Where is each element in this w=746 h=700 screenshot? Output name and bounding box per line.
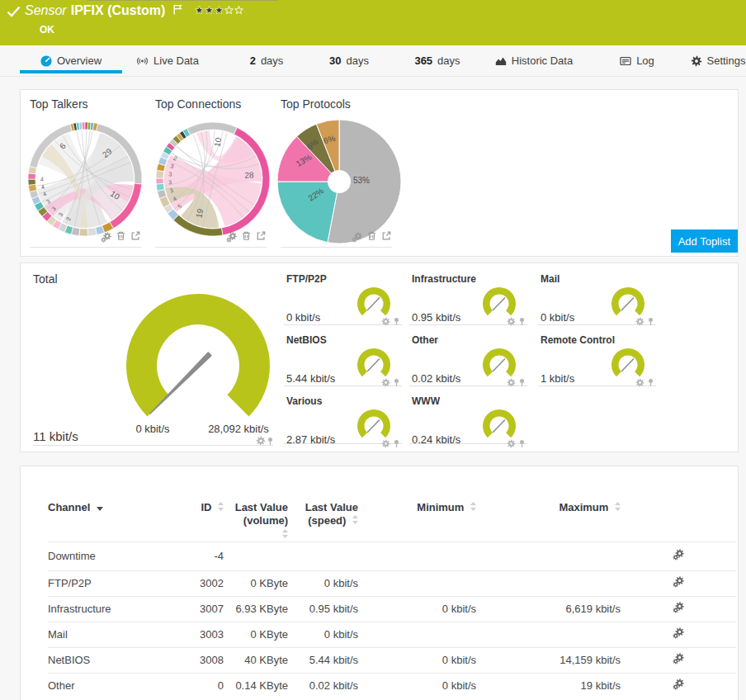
pin-icon[interactable] xyxy=(392,437,401,452)
cell-id: -4 xyxy=(176,542,224,570)
cell-channel: NetBIOS xyxy=(48,647,176,673)
cell-volume: 0.14 KByte xyxy=(224,673,288,698)
cell-min xyxy=(358,570,476,596)
cell-id: 3003 xyxy=(176,622,224,647)
gear-icon[interactable] xyxy=(101,232,111,243)
priority-stars[interactable] xyxy=(195,3,243,18)
channel-settings-gear-icon[interactable] xyxy=(621,542,736,570)
channel-settings-gear-icon[interactable] xyxy=(621,570,736,596)
trash-icon[interactable] xyxy=(241,229,252,244)
channel-gauge-label: Various xyxy=(286,395,322,407)
channel-row-infrastructure: Infrastructure30076.93 KByte0.95 kbit/s0… xyxy=(48,596,736,622)
total-gauge-label: Total xyxy=(33,272,58,286)
tab-live-data[interactable]: Live Data xyxy=(122,45,213,76)
star-empty-icon[interactable] xyxy=(224,3,234,18)
channel-table-body: Downtime-4FTP/P2P30020 KByte0 kbit/sInfr… xyxy=(48,542,736,698)
gauge-icon xyxy=(40,55,52,67)
pin-icon[interactable] xyxy=(517,437,526,452)
trash-icon[interactable] xyxy=(116,229,126,244)
channel-row-downtime: Downtime-4 xyxy=(48,542,736,570)
tab-days[interactable]: 2days xyxy=(221,45,312,76)
active-tab-underline xyxy=(20,70,122,73)
column-header-maximum[interactable]: Maximum xyxy=(476,491,621,542)
tab-overview[interactable]: Overview xyxy=(20,45,122,76)
channel-gauge-value: 0.24 kbit/s xyxy=(412,433,460,446)
tab-settings[interactable]: Settings xyxy=(685,45,746,76)
tab-label: days xyxy=(437,54,460,67)
pin-icon[interactable] xyxy=(646,315,655,329)
gear-icon[interactable] xyxy=(226,232,237,243)
cell-max xyxy=(476,542,621,570)
total-gauge-min: 0 kbit/s xyxy=(111,423,194,435)
tab-days[interactable]: 365days xyxy=(390,45,485,76)
sensor-kind-label: Sensor xyxy=(25,3,67,17)
toplist-cell-top-protocols: Top Protocols xyxy=(281,97,392,248)
pin-icon[interactable] xyxy=(392,376,401,390)
gauge-cell-netbios: NetBIOS5.44 kbit/s xyxy=(284,329,402,386)
channel-gauge-value: 0 kbit/s xyxy=(541,311,574,324)
pin-icon[interactable] xyxy=(517,315,526,329)
cell-max xyxy=(476,622,621,647)
column-header-minimum[interactable]: Minimum xyxy=(358,491,476,542)
channel-gauge-label: Remote Control xyxy=(541,334,615,346)
gear-icon[interactable] xyxy=(381,376,390,390)
gear-icon[interactable] xyxy=(507,376,516,390)
pin-icon[interactable] xyxy=(392,315,401,329)
external-link-icon[interactable] xyxy=(381,229,392,244)
cell-max: 19 kbit/s xyxy=(476,673,621,698)
gear-icon[interactable] xyxy=(635,315,644,329)
tab-label: Live Data xyxy=(153,54,199,67)
gear-icon[interactable] xyxy=(635,376,644,390)
pin-icon[interactable] xyxy=(646,376,655,390)
tab-historic-data[interactable]: Historic Data xyxy=(485,45,583,76)
gear-icon[interactable] xyxy=(381,315,390,329)
channel-gauge-value: 2.87 kbit/s xyxy=(286,433,335,446)
star-empty-icon[interactable] xyxy=(234,3,243,18)
channel-settings-gear-icon[interactable] xyxy=(621,622,736,647)
gear-icon[interactable] xyxy=(352,232,362,243)
cell-min: 0 kbit/s xyxy=(358,596,476,622)
pin-icon[interactable] xyxy=(266,434,275,448)
channel-table: Channel ID Last Value(volume)Last Value(… xyxy=(48,491,736,698)
cell-id: 3008 xyxy=(176,647,224,673)
star-filled-icon[interactable] xyxy=(215,3,224,18)
channel-settings-gear-icon[interactable] xyxy=(621,596,736,622)
gauge-cell-various: Various2.87 kbit/s xyxy=(284,390,402,444)
column-header-actions xyxy=(621,491,736,542)
sensor-name: IPFIX (Custom) xyxy=(71,3,166,17)
column-header-last-value-speed-[interactable]: Last Value(speed) xyxy=(288,491,358,542)
gear-icon[interactable] xyxy=(381,437,390,452)
tab-bar: OverviewLive Data2days30days365daysHisto… xyxy=(0,45,746,77)
add-toplist-button[interactable]: Add Toplist xyxy=(671,229,738,253)
trash-icon[interactable] xyxy=(366,229,377,244)
toplist-title: Top Connections xyxy=(155,97,267,111)
external-link-icon[interactable] xyxy=(256,229,267,244)
star-filled-icon[interactable] xyxy=(205,3,214,18)
star-filled-icon[interactable] xyxy=(195,3,204,18)
channel-gauge-label: FTP/P2P xyxy=(286,273,327,285)
channel-settings-gear-icon[interactable] xyxy=(621,647,736,673)
pin-icon[interactable] xyxy=(517,376,526,390)
gauges-panel: Total 0 kbit/s 28,092 kbit/s 11 kbit/s F… xyxy=(20,262,739,452)
column-header-channel[interactable]: Channel xyxy=(48,491,176,542)
channel-gauge-value: 0 kbit/s xyxy=(286,311,320,324)
sensor-header: SensorIPFIX (Custom) OK xyxy=(0,0,746,45)
gear-icon[interactable] xyxy=(256,434,266,448)
external-link-icon[interactable] xyxy=(130,229,141,244)
column-header-last-value-volume-[interactable]: Last Value(volume) xyxy=(224,491,288,542)
gear-icon[interactable] xyxy=(507,315,516,329)
tab-number: 2 xyxy=(250,54,256,67)
gauge-cell-www: WWW0.24 kbit/s xyxy=(409,390,527,444)
channel-gauge-label: Infrastructure xyxy=(412,273,476,285)
channel-settings-gear-icon[interactable] xyxy=(621,673,736,698)
gauge-cell-other: Other0.02 kbit/s xyxy=(409,329,527,386)
column-header-id[interactable]: ID xyxy=(176,491,224,542)
tab-days[interactable]: 30days xyxy=(304,45,394,76)
tab-log[interactable]: Log xyxy=(611,45,663,76)
gear-icon[interactable] xyxy=(507,437,516,452)
total-gauge-value: 11 kbit/s xyxy=(33,429,78,443)
tab-number: 30 xyxy=(329,54,341,67)
total-gauge-icons[interactable] xyxy=(235,434,275,449)
flag-icon[interactable] xyxy=(173,3,183,18)
tab-number: 365 xyxy=(414,54,432,67)
